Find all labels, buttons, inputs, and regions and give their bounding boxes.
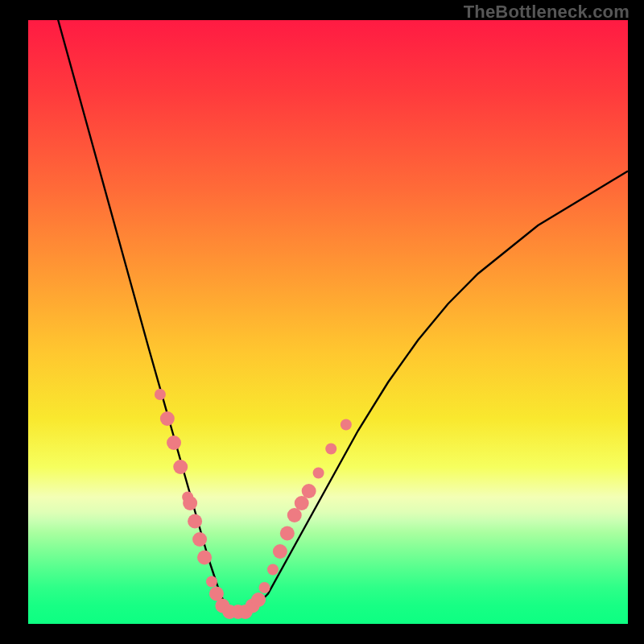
curve-marker — [287, 508, 302, 522]
curve-marker — [267, 564, 279, 576]
curve-markers — [155, 389, 352, 619]
curve-marker — [206, 576, 217, 588]
curve-marker — [173, 460, 188, 474]
curve-marker — [341, 419, 352, 431]
curve-marker — [183, 496, 197, 510]
bottleneck-curve — [28, 0, 628, 612]
curve-marker — [251, 592, 266, 607]
curve-marker — [192, 532, 207, 547]
plot-area — [28, 20, 628, 624]
curve-marker — [197, 551, 212, 565]
watermark-text: TheBottleneck.com — [464, 2, 630, 23]
curve-marker — [295, 496, 309, 510]
curve-marker — [325, 444, 336, 455]
curve-marker — [273, 544, 287, 559]
chart-frame: TheBottleneck.com — [0, 0, 644, 644]
curve-marker — [280, 526, 295, 541]
curve-marker — [259, 582, 270, 593]
curve-group — [28, 0, 628, 612]
curve-marker — [302, 484, 316, 498]
bottleneck-curve-svg — [28, 20, 628, 624]
curve-marker — [155, 389, 166, 400]
curve-marker — [188, 514, 202, 529]
curve-marker — [167, 436, 181, 450]
curve-marker — [160, 411, 175, 426]
curve-marker — [313, 468, 324, 479]
